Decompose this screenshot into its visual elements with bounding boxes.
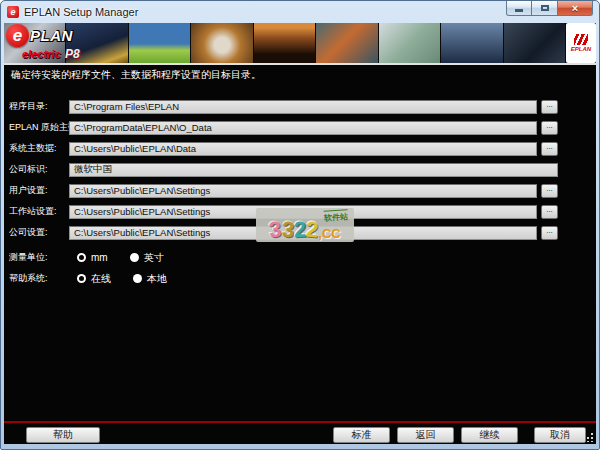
field-label: 用户设置:	[9, 184, 69, 197]
browse-button[interactable]: ...	[541, 142, 558, 156]
browse-button[interactable]: ...	[541, 100, 558, 114]
system-master-data-input[interactable]: C:\Users\Public\EPLAN\Data	[69, 142, 537, 156]
radio-mm-label: mm	[91, 252, 108, 263]
radio-local[interactable]	[133, 274, 142, 283]
program-dir-input[interactable]: C:\Program Files\EPLAN	[69, 100, 537, 114]
browse-button[interactable]: ...	[541, 184, 558, 198]
field-label: 帮助系统:	[9, 272, 69, 285]
form-row-program-dir: 程序目录: C:\Program Files\EPLAN ...	[9, 96, 558, 117]
window-controls: ×	[506, 1, 593, 16]
minimize-button[interactable]	[506, 1, 532, 16]
eplan-badge-text: EPLAN	[571, 46, 591, 52]
watermark-digit: 2	[305, 220, 319, 242]
standard-button[interactable]: 标准	[333, 427, 390, 443]
radio-local-label: 本地	[147, 272, 167, 286]
field-label: 系统主数据:	[9, 142, 69, 155]
field-label: 测量单位:	[9, 251, 69, 264]
banner-separator	[4, 63, 596, 65]
app-icon: e	[7, 6, 19, 18]
form-row-user-settings: 用户设置: C:\Users\Public\EPLAN\Settings ...	[9, 180, 558, 201]
maximize-icon	[541, 5, 549, 11]
continue-button[interactable]: 继续	[461, 427, 518, 443]
window-title: EPLAN Setup Manager	[24, 6, 138, 18]
banner-photo-warehouse-forklift	[66, 23, 128, 63]
watermark: 3 3 2 2 ,CC 软件站	[256, 208, 354, 242]
field-label: 公司标识:	[9, 163, 69, 176]
form-row-system-master-data: 系统主数据: C:\Users\Public\EPLAN\Data ...	[9, 138, 558, 159]
titlebar: e EPLAN Setup Manager ×	[1, 1, 599, 23]
browse-button[interactable]: ...	[541, 121, 558, 135]
original-master-data-input[interactable]: C:\ProgramData\EPLAN\O_Data	[69, 121, 537, 135]
eplan-stripes-icon	[574, 34, 588, 45]
banner-photo-car-factory	[4, 23, 66, 63]
measurement-unit-row: 测量单位: mm 英寸	[9, 247, 558, 268]
maximize-button[interactable]	[532, 1, 557, 16]
watermark-site-label: 软件站	[324, 209, 349, 224]
eplan-logo-badge: EPLAN	[566, 23, 596, 63]
banner-photo-wind-turbines	[129, 23, 191, 63]
banner-photo-assembly-line	[379, 23, 441, 63]
resize-grip[interactable]	[584, 433, 593, 442]
banner: EPLAN	[4, 23, 596, 63]
radio-mm[interactable]	[77, 253, 86, 262]
banner-photo-power-plant	[441, 23, 503, 63]
company-code-input[interactable]: 微软中国	[69, 163, 558, 177]
radio-inch[interactable]	[130, 253, 139, 262]
banner-photo-machine-rotor	[191, 23, 253, 63]
dialog-body: EPLAN e PLAN electric P8 确定待安装的程序文件、主数据和…	[4, 23, 596, 444]
help-system-row: 帮助系统: 在线 本地	[9, 268, 558, 289]
radio-inch-label: 英寸	[144, 251, 164, 265]
setup-manager-window: e EPLAN Setup Manager × EPLAN e	[0, 0, 600, 450]
help-button[interactable]: 帮助	[26, 427, 100, 443]
banner-photo-industrial-plant	[316, 23, 378, 63]
field-label: 公司设置:	[9, 226, 69, 239]
field-label: EPLAN 原始主数据:	[9, 121, 69, 134]
form-row-company-code: 公司标识: 微软中国	[9, 159, 558, 180]
close-icon: ×	[572, 3, 578, 14]
setup-form: 程序目录: C:\Program Files\EPLAN ... EPLAN 原…	[9, 96, 558, 289]
field-label: 工作站设置:	[9, 205, 69, 218]
browse-button[interactable]: ...	[541, 205, 558, 219]
back-button[interactable]: 返回	[397, 427, 454, 443]
radio-online-label: 在线	[91, 272, 111, 286]
user-settings-input[interactable]: C:\Users\Public\EPLAN\Settings	[69, 184, 537, 198]
minimize-icon	[515, 9, 523, 12]
banner-photo-solar-panels	[504, 23, 566, 63]
radio-online[interactable]	[77, 274, 86, 283]
intro-text: 确定待安装的程序文件、主数据和程序设置的目标目录。	[11, 68, 589, 82]
cancel-button[interactable]: 取消	[534, 427, 586, 443]
form-row-original-master-data: EPLAN 原始主数据: C:\ProgramData\EPLAN\O_Data…	[9, 117, 558, 138]
footer-separator	[4, 421, 596, 423]
close-button[interactable]: ×	[557, 1, 593, 16]
watermark-cc: ,CC	[318, 227, 340, 241]
field-label: 程序目录:	[9, 100, 69, 113]
footer-buttons: 标准 返回 继续 取消	[326, 427, 586, 443]
banner-photo-oil-pumps	[254, 23, 316, 63]
browse-button[interactable]: ...	[541, 226, 558, 240]
watermark-digit: 3	[281, 220, 295, 242]
